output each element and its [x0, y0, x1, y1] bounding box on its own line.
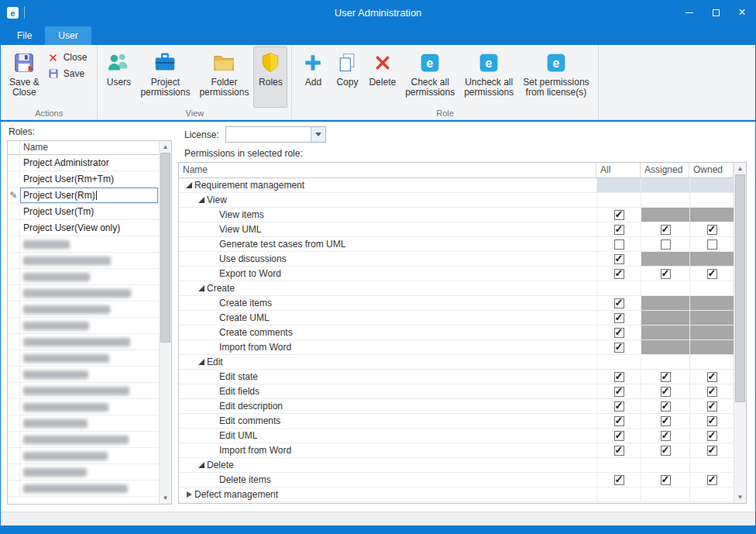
license-dropdown-button[interactable] [311, 127, 325, 142]
checkbox-all-checked[interactable] [614, 446, 624, 456]
cell-all[interactable] [596, 429, 641, 443]
roles-button[interactable]: Roles [253, 47, 287, 108]
checkbox-owned-checked[interactable] [707, 475, 717, 485]
checkbox-owned-checked[interactable] [707, 225, 717, 235]
checkbox-all-checked[interactable] [614, 343, 624, 353]
cell-all[interactable] [596, 443, 641, 457]
cell-all[interactable] [596, 208, 641, 222]
save-button[interactable]: Save [46, 67, 94, 81]
cell-owned[interactable] [689, 473, 734, 487]
checkbox-assigned-checked[interactable] [661, 431, 671, 441]
permission-row[interactable]: Create comments [179, 326, 734, 340]
scroll-down-icon[interactable]: ▼ [160, 492, 171, 504]
tab-file[interactable]: File [4, 26, 45, 45]
role-row-redacted[interactable] [8, 383, 159, 399]
checkbox-owned-checked[interactable] [707, 446, 717, 456]
checkbox-owned-checked[interactable] [707, 269, 717, 279]
cell-all[interactable] [596, 414, 641, 428]
permission-name-cell[interactable]: Create UML [179, 311, 596, 325]
roles-scrollbar-track[interactable] [160, 153, 171, 492]
maximize-button[interactable] [703, 0, 729, 25]
scroll-up-icon[interactable]: ▲ [160, 141, 171, 153]
permission-row[interactable]: View [179, 193, 734, 208]
cell-all[interactable] [596, 473, 641, 487]
copy-button[interactable]: Copy [330, 47, 364, 108]
permission-name-cell[interactable]: View [179, 193, 596, 207]
permission-name-cell[interactable]: Use discussions [179, 252, 596, 266]
cell-assigned[interactable] [641, 473, 689, 487]
checkbox-assigned-checked[interactable] [661, 269, 671, 279]
checkbox-assigned-checked[interactable] [661, 387, 671, 397]
permissions-scrollbar-track[interactable] [734, 174, 746, 491]
permission-row[interactable]: Create [179, 281, 734, 296]
permission-row[interactable]: Delete items [179, 473, 734, 487]
permission-name-cell[interactable]: Delete items [179, 473, 596, 487]
permission-name-cell[interactable]: Edit UML [179, 429, 596, 443]
checkbox-all-checked[interactable] [614, 475, 624, 485]
cell-owned[interactable] [689, 414, 734, 428]
permission-name-cell[interactable]: Edit comments [179, 414, 596, 428]
checkbox-all-checked[interactable] [614, 328, 624, 338]
permission-row[interactable]: View UML [179, 222, 734, 237]
cell-owned[interactable] [689, 429, 734, 443]
checkbox-owned-checked[interactable] [707, 401, 717, 412]
role-row[interactable]: Project User(Tm) [8, 204, 159, 220]
cell-assigned[interactable] [641, 399, 689, 413]
checkbox-all-checked[interactable] [614, 225, 624, 235]
license-combobox[interactable] [225, 126, 326, 143]
checkbox-all-checked[interactable] [614, 372, 624, 382]
uncheck-all-permissions-button[interactable]: e Uncheck all permissions [459, 47, 518, 108]
permission-name-cell[interactable]: Import from Word [179, 443, 596, 457]
close-window-button[interactable]: × [729, 0, 755, 25]
roles-scrollbar[interactable]: ▲ ▼ [159, 141, 171, 504]
expander-collapsed-icon[interactable] [184, 489, 194, 500]
column-header-all[interactable]: All [596, 163, 641, 177]
users-button[interactable]: Users [101, 47, 136, 108]
permission-row[interactable]: Edit comments [179, 414, 734, 429]
role-row-redacted[interactable] [8, 236, 159, 253]
cell-assigned[interactable] [641, 443, 689, 457]
cell-all[interactable] [596, 267, 641, 281]
role-name[interactable]: Project User(Tm) [20, 204, 159, 219]
cell-assigned[interactable] [641, 267, 689, 281]
role-row-redacted[interactable] [8, 318, 159, 334]
app-logo-e-icon[interactable]: e [1, 6, 24, 19]
close-action-button[interactable]: Close [46, 50, 94, 64]
permissions-scrollbar[interactable]: ▲ ▼ [734, 163, 746, 503]
role-row-redacted[interactable] [8, 253, 159, 269]
column-header-owned[interactable]: Owned [689, 163, 734, 177]
check-all-permissions-button[interactable]: e Check all permissions [400, 47, 459, 108]
permission-name-cell[interactable]: Create items [179, 296, 596, 310]
permission-name-cell[interactable]: Import from Word [179, 340, 596, 354]
checkbox-all-checked[interactable] [614, 254, 624, 264]
permission-row[interactable]: Create UML [179, 311, 734, 326]
cell-all[interactable] [596, 340, 641, 354]
role-row-redacted[interactable] [8, 399, 159, 415]
checkbox-all-checked[interactable] [614, 387, 624, 397]
permission-name-cell[interactable]: Export to Word [179, 267, 596, 281]
cell-all[interactable] [596, 370, 641, 384]
expander-expanded-icon[interactable] [196, 460, 207, 470]
permission-row[interactable]: Create items [179, 296, 734, 311]
cell-owned[interactable] [689, 370, 734, 384]
permission-name-cell[interactable]: Edit fields [179, 384, 596, 398]
role-row-redacted[interactable] [8, 432, 159, 448]
role-row-redacted[interactable] [8, 301, 159, 318]
save-and-close-button[interactable]: Save & Close [5, 47, 44, 108]
permission-row[interactable]: Generate test cases from UML [179, 237, 734, 252]
expander-expanded-icon[interactable] [196, 357, 207, 367]
permission-row[interactable]: Edit fields [179, 384, 734, 399]
cell-assigned[interactable] [641, 370, 689, 384]
role-row-redacted[interactable] [8, 448, 159, 464]
permission-row[interactable]: Edit UML [179, 429, 734, 443]
checkbox-assigned-checked[interactable] [661, 401, 671, 412]
cell-all[interactable] [596, 237, 641, 251]
cell-owned[interactable] [689, 443, 734, 457]
cell-assigned[interactable] [641, 429, 689, 443]
scroll-down-icon[interactable]: ▼ [734, 491, 746, 503]
role-row-redacted[interactable] [8, 481, 159, 497]
checkbox-assigned-checked[interactable] [661, 475, 671, 485]
permission-name-cell[interactable]: Generate test cases from UML [179, 237, 596, 251]
column-header-assigned[interactable]: Assigned [641, 163, 689, 177]
minimize-button[interactable] [676, 0, 703, 25]
